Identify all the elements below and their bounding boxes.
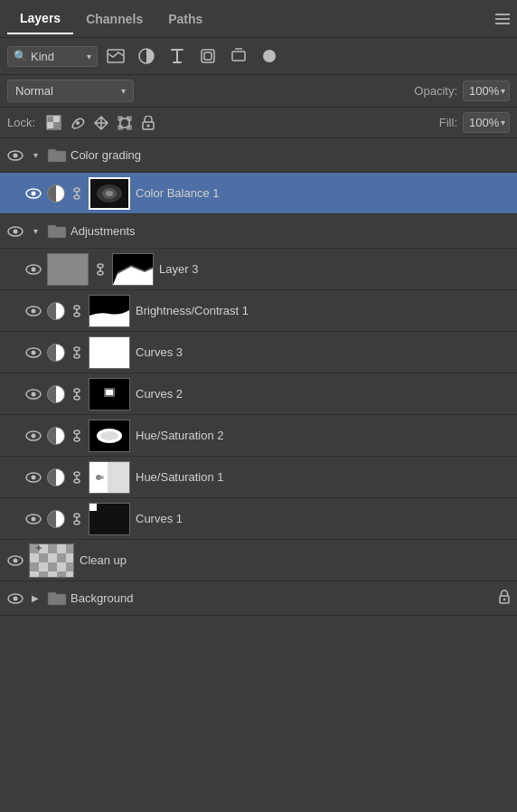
layer-row[interactable]: Curves 2 xyxy=(0,373,517,415)
tab-channels[interactable]: Channels xyxy=(73,5,155,33)
layer-thumbnail xyxy=(89,378,130,411)
fill-value: 100% xyxy=(469,116,499,129)
svg-rect-100 xyxy=(39,571,48,578)
blend-mode-label: Normal xyxy=(15,84,118,98)
layer-thumbnail xyxy=(47,253,89,286)
layer-row[interactable]: ▶ Background xyxy=(0,581,517,616)
svg-rect-103 xyxy=(66,571,74,578)
visibility-icon[interactable] xyxy=(25,185,42,202)
svg-point-52 xyxy=(74,396,80,400)
layer-name: Layer 3 xyxy=(159,262,510,276)
layer-row[interactable]: Layer 3 xyxy=(0,249,517,290)
filter-circle-icon[interactable] xyxy=(257,43,282,69)
layer-name: Curves 1 xyxy=(136,512,510,525)
tab-paths[interactable]: Paths xyxy=(155,5,215,33)
visibility-icon[interactable] xyxy=(25,345,42,361)
visibility-icon[interactable] xyxy=(25,386,42,402)
svg-point-58 xyxy=(32,433,36,438)
collapse-icon[interactable]: ▾ xyxy=(29,149,42,162)
visibility-icon[interactable] xyxy=(7,223,24,240)
layer-name: Hue/Saturation 1 xyxy=(136,470,510,484)
search-icon: 🔍 xyxy=(14,50,27,62)
fill-arrow: ▾ xyxy=(501,118,505,127)
layer-row[interactable]: Hue/Saturation 1 xyxy=(0,457,517,498)
svg-rect-2 xyxy=(202,50,214,62)
svg-rect-9 xyxy=(53,122,60,128)
visibility-icon[interactable] xyxy=(7,590,24,607)
svg-rect-0 xyxy=(108,50,124,62)
svg-rect-98 xyxy=(66,562,74,571)
layer-row[interactable]: Hue/Saturation 2 xyxy=(0,415,517,457)
svg-rect-88 xyxy=(66,544,74,553)
layer-row[interactable]: Curves 3 xyxy=(0,332,517,373)
layer-name: Brightness/Contrast 1 xyxy=(136,304,510,317)
layer-name: Adjustments xyxy=(70,224,510,238)
chain-link-icon xyxy=(70,428,83,444)
lock-all-icon[interactable] xyxy=(138,113,158,133)
visibility-icon[interactable] xyxy=(25,261,42,278)
svg-point-23 xyxy=(74,188,80,192)
svg-point-31 xyxy=(14,229,18,233)
visibility-icon[interactable] xyxy=(7,147,24,164)
lock-artboard-icon[interactable] xyxy=(115,113,135,133)
lock-position-icon[interactable] xyxy=(91,113,111,133)
svg-point-5 xyxy=(263,50,276,62)
chain-link-icon xyxy=(70,345,83,361)
kind-label: Kind xyxy=(31,50,83,63)
blend-mode-dropdown[interactable]: Normal ▾ xyxy=(7,80,134,102)
svg-point-51 xyxy=(74,389,80,392)
filter-smart-icon[interactable] xyxy=(226,43,251,69)
opacity-section: Opacity: 100% ▾ xyxy=(414,80,510,101)
tab-layers[interactable]: Layers xyxy=(7,4,73,34)
kind-dropdown[interactable]: 🔍 Kind ▾ xyxy=(7,46,98,67)
visibility-icon[interactable] xyxy=(25,511,42,527)
layer-name: Curves 2 xyxy=(136,387,510,401)
adjustment-icon xyxy=(47,302,65,320)
svg-point-24 xyxy=(74,195,80,199)
filter-pixel-icon[interactable] xyxy=(103,43,128,69)
folder-icon xyxy=(47,590,65,608)
layer-name: Color Balance 1 xyxy=(136,186,510,200)
svg-point-64 xyxy=(100,431,118,440)
visibility-icon[interactable] xyxy=(25,428,42,444)
lock-transparent-icon[interactable] xyxy=(44,113,64,133)
svg-rect-90 xyxy=(39,553,48,562)
svg-point-18 xyxy=(147,124,150,127)
filter-adjustment-icon[interactable] xyxy=(134,43,159,69)
opacity-input[interactable]: 100% ▾ xyxy=(463,80,510,101)
layer-row[interactable]: Brightness/Contrast 1 xyxy=(0,290,517,332)
layer-row[interactable]: Color Balance 1 xyxy=(0,173,517,214)
svg-point-39 xyxy=(32,308,36,313)
layer-row[interactable]: Curves 1 xyxy=(0,498,517,540)
svg-rect-85 xyxy=(39,544,48,553)
svg-rect-92 xyxy=(57,553,66,562)
svg-point-40 xyxy=(74,306,80,309)
filter-shape-icon[interactable] xyxy=(195,43,221,69)
opacity-value: 100% xyxy=(469,84,499,98)
collapse-icon[interactable]: ▾ xyxy=(29,225,42,238)
tabs-bar: Layers Channels Paths xyxy=(0,0,517,38)
layer-row[interactable]: Clean up xyxy=(0,540,517,581)
svg-rect-6 xyxy=(47,116,53,122)
layer-row[interactable]: ▾ Color grading xyxy=(0,138,517,173)
chain-link-icon xyxy=(70,469,83,486)
svg-rect-8 xyxy=(47,122,53,128)
visibility-icon[interactable] xyxy=(25,469,42,486)
visibility-icon[interactable] xyxy=(25,303,42,319)
svg-point-68 xyxy=(74,479,80,483)
fill-input[interactable]: 100% ▾ xyxy=(463,112,510,133)
filter-type-icon[interactable] xyxy=(164,43,190,69)
adjustment-icon xyxy=(47,184,65,203)
layer-thumbnail xyxy=(29,543,74,578)
adjustment-icon xyxy=(47,510,65,528)
expand-icon[interactable]: ▶ xyxy=(29,592,42,605)
visibility-icon[interactable] xyxy=(7,552,24,569)
layer-row[interactable]: ▾ Adjustments xyxy=(0,214,517,249)
svg-rect-101 xyxy=(48,571,57,578)
lock-image-icon[interactable] xyxy=(68,113,88,133)
chain-link-icon xyxy=(94,261,107,278)
svg-rect-96 xyxy=(48,562,57,571)
layer-mask-thumbnail xyxy=(112,253,154,286)
panel-menu-icon[interactable] xyxy=(495,14,510,24)
svg-point-82 xyxy=(14,558,18,562)
